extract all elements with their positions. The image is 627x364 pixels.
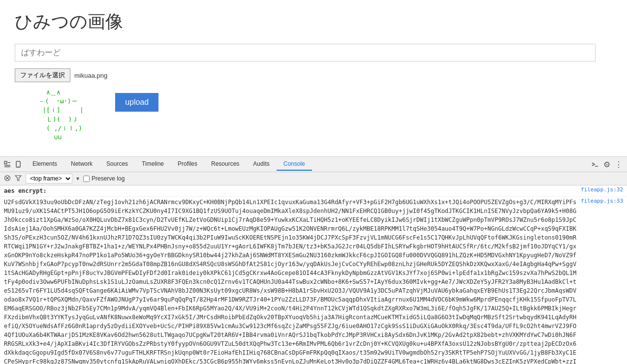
file-select-button[interactable]: ファイルを選択 [15,68,70,82]
console-clear-icon[interactable] [4,175,11,183]
aes-encrypt-value: U2FsdGVkX193uu9oUbDcDFzAN/zTegj1ovh21zh6… [4,198,577,364]
file-upload-row: ファイルを選択 mikuaa.png ∧＿∧ －( ･ω･)－ |[ｉ] | Ｌ… [15,68,612,142]
upload-button[interactable]: upload [115,93,158,112]
aes-encrypt-link1[interactable]: fileapp.js:32 [581,186,623,193]
settings-icon[interactable]: ⚙ [602,160,611,169]
file-input-row: ファイルを選択 mikuaa.png [15,68,107,82]
devtools-toolbar: Elements Network Sources Timeline Profil… [0,157,627,172]
inspect-icon[interactable] [3,160,12,169]
aes-encrypt-link2[interactable]: fileapp.js:33 [581,198,623,204]
page-content: ひみつの画像 ファイルを選択 mikuaa.png ∧＿∧ －( ･ω･)－ |… [0,0,627,156]
console-aes-encrypt-value: U2FsdGVkX193uu9oUbDcDFzAN/zTegj1ovh21zh6… [0,197,627,364]
devtools-left-icons [0,160,26,169]
console-prompt-icon[interactable] [591,160,599,169]
tab-network[interactable]: Network [64,158,99,171]
devtools-tabs: Elements Network Sources Timeline Profil… [26,158,591,171]
file-label-area: ファイルを選択 mikuaa.png ∧＿∧ －( ･ω･)－ |[ｉ] | Ｌ… [15,68,107,142]
tab-elements[interactable]: Elements [26,158,64,171]
frame-select[interactable]: <top frame> [26,174,72,183]
console-filter-icon[interactable] [15,175,22,182]
tab-console[interactable]: Console [277,158,312,171]
frame-arrow: ▾ [76,175,79,182]
svg-point-5 [18,166,19,167]
svg-marker-10 [15,176,21,181]
preserve-log-checkbox[interactable] [83,176,90,182]
more-icon[interactable]: ⋮ [614,160,623,169]
devtools-panel: Elements Network Sources Timeline Profil… [0,156,627,364]
console-aes-encrypt-header: aes encrypt: fileapp.js:32 [0,185,627,197]
console-output: aes encrypt: fileapp.js:32 U2FsdGVkX193u… [0,185,627,364]
password-input[interactable] [15,44,596,61]
svg-rect-0 [4,161,7,164]
preserve-log-label[interactable]: Preserve log [83,175,125,182]
devtools-right-icons: ⚙ ⋮ [591,160,627,169]
ascii-art: ∧＿∧ －( ･ω･)－ |[ｉ] | Ｌ)( )Ｊ ( ,/ｉＩ,) ∪∪ [38,88,83,142]
tab-sources[interactable]: Sources [99,158,135,171]
tab-profiles[interactable]: Profiles [171,158,204,171]
tab-timeline[interactable]: Timeline [135,158,171,171]
file-name: mikuaa.png [74,72,107,79]
tab-audits[interactable]: Audits [246,158,276,171]
aes-encrypt-label: aes encrypt: [4,186,577,195]
mobile-icon[interactable] [14,160,23,169]
page-title: ひみつの画像 [15,10,612,34]
tab-resources[interactable]: Resources [204,158,246,171]
console-toolbar: <top frame> ▾ Preserve log [0,172,627,185]
